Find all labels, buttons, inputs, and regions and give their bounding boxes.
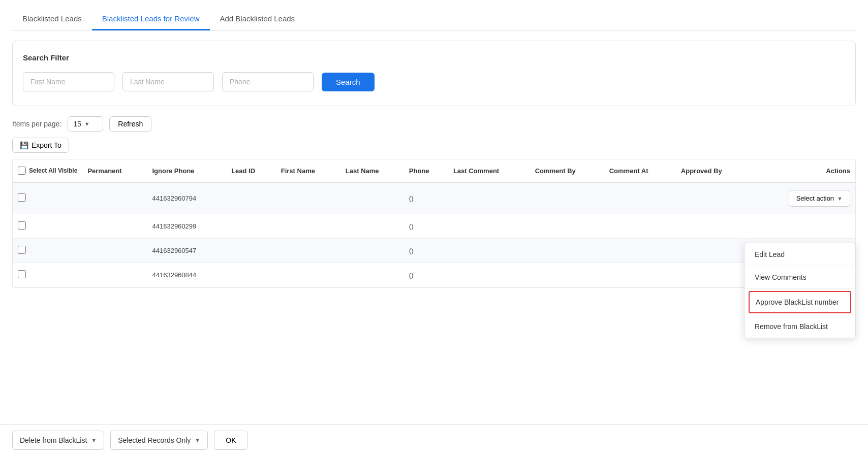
row-1-checkbox-cell	[13, 182, 82, 214]
tab-add-blacklisted-leads[interactable]: Add Blacklisted Leads	[210, 8, 305, 30]
export-label: Export To	[32, 141, 61, 149]
table-row: 441632960844 ()	[13, 263, 855, 287]
row-3-ignore-phone: 441632960547	[147, 239, 227, 263]
row-1-first-name	[276, 182, 340, 214]
row-2-comment-at	[604, 214, 676, 239]
bulk-action-label: Delete from BlackList	[20, 436, 87, 444]
dropdown-item-remove-blacklist[interactable]: Remove from BlackList	[745, 315, 855, 338]
dropdown-item-edit-lead[interactable]: Edit Lead	[745, 243, 855, 266]
row-1-comment-by	[530, 182, 604, 214]
dropdown-item-view-comments[interactable]: View Comments	[745, 266, 855, 289]
items-per-page-label: Items per page:	[12, 120, 61, 128]
table-row: 441632960547 ()	[13, 239, 855, 263]
col-actions: Actions	[751, 159, 855, 182]
col-comment-by: Comment By	[530, 159, 604, 182]
row-2-last-comment	[448, 214, 530, 239]
row-2-last-name	[340, 214, 404, 239]
row-2-lead-id	[226, 214, 276, 239]
chevron-down-icon: ▼	[91, 437, 97, 443]
col-last-name: Last Name	[340, 159, 404, 182]
row-4-lead-id	[226, 263, 276, 287]
ok-button[interactable]: OK	[214, 431, 247, 450]
select-all-label: Select All Visible	[29, 167, 77, 174]
select-action-label: Select action	[796, 194, 834, 202]
chevron-down-icon: ▼	[84, 121, 90, 127]
row-4-comment-by	[530, 263, 604, 287]
per-page-select[interactable]: 15 ▼	[68, 116, 103, 132]
select-action-button-row1[interactable]: Select action ▼	[789, 190, 850, 207]
row-2-comment-by	[530, 214, 604, 239]
row-3-comment-by	[530, 239, 604, 263]
row-2-checkbox-cell	[13, 214, 82, 239]
table-container: Select All Visible Permanent Ignore Phon…	[12, 159, 856, 288]
phone-input[interactable]	[222, 72, 314, 91]
last-name-input[interactable]	[122, 72, 214, 91]
chevron-down-icon: ▼	[837, 196, 843, 202]
row-4-checkbox-cell	[13, 263, 82, 287]
main-table: Select All Visible Permanent Ignore Phon…	[13, 159, 855, 287]
chevron-down-icon: ▼	[195, 437, 200, 443]
row-3-comment-at	[604, 239, 676, 263]
row-3-checkbox-cell	[13, 239, 82, 263]
col-ignore-phone: Ignore Phone	[147, 159, 227, 182]
row-1-last-comment	[448, 182, 530, 214]
tab-blacklisted-leads[interactable]: Blacklisted Leads	[12, 8, 92, 30]
first-name-input[interactable]	[23, 72, 114, 91]
row-4-last-name	[340, 263, 404, 287]
tabs-container: Blacklisted Leads Blacklisted Leads for …	[12, 8, 856, 30]
records-scope-label: Selected Records Only	[118, 436, 191, 444]
row-4-phone: ()	[404, 263, 448, 287]
col-lead-id: Lead ID	[226, 159, 276, 182]
row-2-ignore-phone: 441632960299	[147, 214, 227, 239]
refresh-button[interactable]: Refresh	[109, 116, 151, 132]
records-scope-select[interactable]: Selected Records Only ▼	[110, 431, 208, 450]
search-button[interactable]: Search	[322, 73, 375, 91]
bulk-action-select[interactable]: Delete from BlackList ▼	[12, 431, 104, 450]
select-all-checkbox[interactable]	[18, 167, 26, 175]
tab-blacklisted-leads-review[interactable]: Blacklisted Leads for Review	[92, 8, 210, 30]
row-4-comment-at	[604, 263, 676, 287]
row-1-lead-id	[226, 182, 276, 214]
row-1-last-name	[340, 182, 404, 214]
page-wrapper: Blacklisted Leads Blacklisted Leads for …	[0, 0, 868, 456]
col-last-comment: Last Comment	[448, 159, 530, 182]
row-3-approved-by	[676, 239, 751, 263]
row-1-approved-by	[676, 182, 751, 214]
table-header-row: Select All Visible Permanent Ignore Phon…	[13, 159, 855, 182]
dropdown-item-approve-blacklist[interactable]: Approve BlackList number	[749, 291, 851, 313]
row-4-first-name	[276, 263, 340, 287]
action-dropdown-menu: Edit Lead View Comments Approve BlackLis…	[744, 243, 856, 338]
table-row: 441632960794 () Select action ▼	[13, 182, 855, 214]
col-first-name: First Name	[276, 159, 340, 182]
row-1-actions: Select action ▼	[751, 182, 855, 214]
table-row: 441632960299 ()	[13, 214, 855, 239]
row-4-approved-by	[676, 263, 751, 287]
row-3-first-name	[276, 239, 340, 263]
col-permanent: Permanent	[82, 159, 147, 182]
row-2-permanent	[82, 214, 147, 239]
export-button[interactable]: 💾 Export To	[12, 138, 69, 153]
row-3-lead-id	[226, 239, 276, 263]
row-2-phone: ()	[404, 214, 448, 239]
row-2-approved-by	[676, 214, 751, 239]
per-page-value: 15	[73, 120, 81, 128]
row-4-permanent	[82, 263, 147, 287]
row-3-last-comment	[448, 239, 530, 263]
row-3-phone: ()	[404, 239, 448, 263]
col-comment-at: Comment At	[604, 159, 676, 182]
col-approved-by: Approved By	[676, 159, 751, 182]
row-2-actions	[751, 214, 855, 239]
search-filter-title: Search Filter	[23, 53, 845, 62]
row-1-ignore-phone: 441632960794	[147, 182, 227, 214]
row-2-checkbox[interactable]	[18, 221, 26, 230]
row-4-checkbox[interactable]	[18, 270, 26, 278]
row-1-checkbox[interactable]	[18, 193, 26, 202]
search-filter-fields: Search	[23, 72, 845, 91]
row-3-checkbox[interactable]	[18, 246, 26, 254]
search-filter-card: Search Filter Search	[12, 41, 856, 106]
row-3-last-name	[340, 239, 404, 263]
row-4-ignore-phone: 441632960844	[147, 263, 227, 287]
bottom-action-bar: Delete from BlackList ▼ Selected Records…	[0, 424, 868, 456]
row-1-permanent	[82, 182, 147, 214]
row-4-last-comment	[448, 263, 530, 287]
